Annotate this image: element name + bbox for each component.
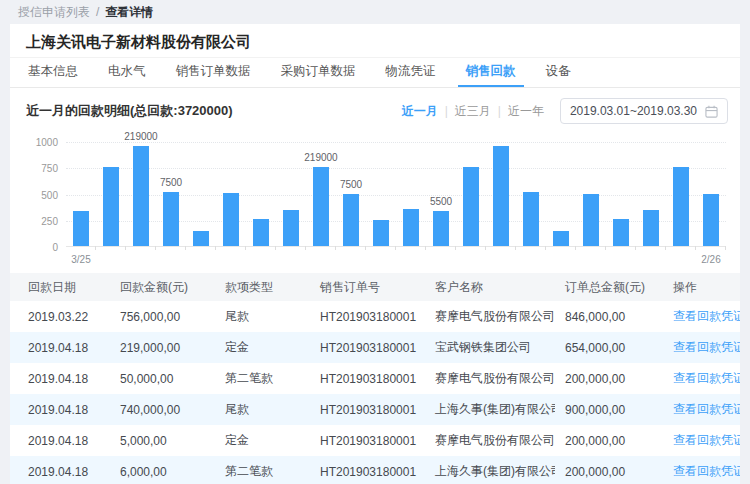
bar <box>553 231 569 246</box>
bar-slot <box>636 142 666 246</box>
x-axis-first-label: 3/25 <box>71 254 90 265</box>
range-filter-group: 近一月|近三月|近一年 <box>400 103 546 120</box>
table-row: 2019.04.18219,000,00定金HT201903180001宝武钢铁… <box>10 332 740 363</box>
date-range-picker[interactable]: 2019.03.01~2019.03.30 <box>560 98 728 124</box>
tab-sales-payment[interactable]: 销售回款 <box>458 58 524 87</box>
payments-bar-chart: 02505007501000 3/25219000750021900075005… <box>26 142 726 273</box>
calendar-icon[interactable] <box>705 105 718 118</box>
tab-purchase-order-data[interactable]: 采购订单数据 <box>273 58 364 87</box>
x-axis-tick <box>215 246 216 250</box>
bar-slot <box>456 142 486 246</box>
column-header: 客户名称 <box>425 279 555 296</box>
payments-table-header: 回款日期回款金额(元)款项类型销售订单号客户名称订单总金额(元)操作 <box>10 273 740 301</box>
tab-equipment[interactable]: 设备 <box>538 58 579 87</box>
table-row: 2019.04.1850,000,00第二笔款HT201903180001赛摩电… <box>10 363 740 394</box>
payment-type-cell: 第二笔款 <box>215 463 310 480</box>
tab-basic-info[interactable]: 基本信息 <box>20 58 86 87</box>
tab-utilities[interactable]: 电水气 <box>100 58 154 87</box>
tab-sales-order-data[interactable]: 销售订单数据 <box>168 58 259 87</box>
payments-table-body: 2019.03.22756,000,00尾款HT201903180001赛摩电气… <box>10 301 740 484</box>
x-axis-tick <box>245 246 246 250</box>
tab-logistics-voucher[interactable]: 物流凭证 <box>378 58 444 87</box>
customer-name-cell: 上海久事(集团)有限公司 <box>425 463 555 480</box>
payment-date-cell: 2019.04.18 <box>18 341 110 355</box>
x-axis-tick <box>125 246 126 250</box>
x-axis-tick <box>365 246 366 250</box>
x-axis-tick <box>335 246 336 250</box>
payment-amount-cell: 6,000,00 <box>110 465 215 479</box>
bar-slot <box>366 142 396 246</box>
breadcrumb-separator: / <box>96 5 99 19</box>
payment-date-cell: 2019.04.18 <box>18 403 110 417</box>
bar-value-label: 219000 <box>304 152 337 163</box>
bar <box>613 219 629 246</box>
filter-last-month[interactable]: 近一月 <box>400 103 440 120</box>
bar <box>463 167 479 246</box>
column-header: 款项类型 <box>215 279 310 296</box>
payment-date-cell: 2019.04.18 <box>18 465 110 479</box>
x-axis-tick <box>725 246 726 250</box>
bar-slot <box>606 142 636 246</box>
order-total-cell: 654,000,00 <box>555 341 663 355</box>
customer-name-cell: 赛摩电气股份有限公司 <box>425 370 555 387</box>
breadcrumb-current: 查看详情 <box>105 5 153 19</box>
bar <box>253 219 269 246</box>
payments-chart-section: 近一月的回款明细(总回款:3720000) 近一月|近三月|近一年 2019.0… <box>10 88 740 273</box>
bar-slot <box>486 142 516 246</box>
filter-last-3-months[interactable]: 近三月 <box>453 103 493 120</box>
column-header: 回款金额(元) <box>110 279 215 296</box>
bar <box>133 146 149 246</box>
bar-slot <box>576 142 606 246</box>
y-axis-tick-label: 250 <box>41 216 58 227</box>
sales-order-no-cell: HT201903180001 <box>310 372 425 386</box>
view-payment-voucher-link[interactable]: 查看回款凭证 <box>673 308 740 325</box>
column-header: 回款日期 <box>18 279 110 296</box>
company-title: 上海关讯电子新材料股份有限公司 <box>26 33 732 52</box>
x-axis-tick <box>545 246 546 250</box>
payment-amount-cell: 740,000,00 <box>110 403 215 417</box>
payment-date-cell: 2019.04.18 <box>18 434 110 448</box>
view-payment-voucher-link[interactable]: 查看回款凭证 <box>673 370 740 387</box>
bar-slot <box>246 142 276 246</box>
bar-slot <box>546 142 576 246</box>
table-row: 2019.04.185,000,00定金HT201903180001赛摩电气股份… <box>10 425 740 456</box>
order-total-cell: 200,000,00 <box>555 434 663 448</box>
view-payment-voucher-link[interactable]: 查看回款凭证 <box>673 339 740 356</box>
bar-slot: 219000 <box>306 142 336 246</box>
chart-title: 近一月的回款明细(总回款:3720000) <box>26 102 233 120</box>
chart-controls: 近一月|近三月|近一年 2019.03.01~2019.03.30 <box>400 98 732 124</box>
customer-name-cell: 上海久事(集团)有限公司 <box>425 401 555 418</box>
sales-order-no-cell: HT201903180001 <box>310 465 425 479</box>
detail-card: 上海关讯电子新材料股份有限公司 基本信息电水气销售订单数据采购订单数据物流凭证销… <box>10 24 740 484</box>
filter-last-year[interactable]: 近一年 <box>506 103 546 120</box>
bar-slot <box>516 142 546 246</box>
view-payment-voucher-link[interactable]: 查看回款凭证 <box>673 401 740 418</box>
customer-name-cell: 赛摩电气股份有限公司 <box>425 432 555 449</box>
view-payment-voucher-link[interactable]: 查看回款凭证 <box>673 432 740 449</box>
bar-slot <box>186 142 216 246</box>
y-axis-tick-label: 500 <box>41 190 58 201</box>
payment-amount-cell: 5,000,00 <box>110 434 215 448</box>
bar <box>163 192 179 246</box>
filter-separator: | <box>498 104 501 118</box>
column-header: 操作 <box>663 279 740 296</box>
customer-name-cell: 宝武钢铁集团公司 <box>425 339 555 356</box>
filter-separator: | <box>445 104 448 118</box>
bar <box>643 210 659 246</box>
x-axis-tick <box>695 246 696 250</box>
tab-bar: 基本信息电水气销售订单数据采购订单数据物流凭证销售回款设备 <box>10 58 740 88</box>
x-axis-tick <box>575 246 576 250</box>
bar-slot: 219000 <box>126 142 156 246</box>
x-axis-tick <box>155 246 156 250</box>
breadcrumb-parent-link[interactable]: 授信申请列表 <box>18 5 90 19</box>
x-axis-tick <box>305 246 306 250</box>
table-row: 2019.04.18740,000,00尾款HT201903180001上海久事… <box>10 394 740 425</box>
chart-y-axis: 02505007501000 <box>26 142 66 247</box>
column-header: 销售订单号 <box>310 279 425 296</box>
bar <box>493 146 509 246</box>
bar-value-label: 219000 <box>124 131 157 142</box>
x-axis-tick <box>665 246 666 250</box>
bar <box>673 167 689 246</box>
column-header: 订单总金额(元) <box>555 279 663 296</box>
view-payment-voucher-link[interactable]: 查看回款凭证 <box>673 463 740 480</box>
